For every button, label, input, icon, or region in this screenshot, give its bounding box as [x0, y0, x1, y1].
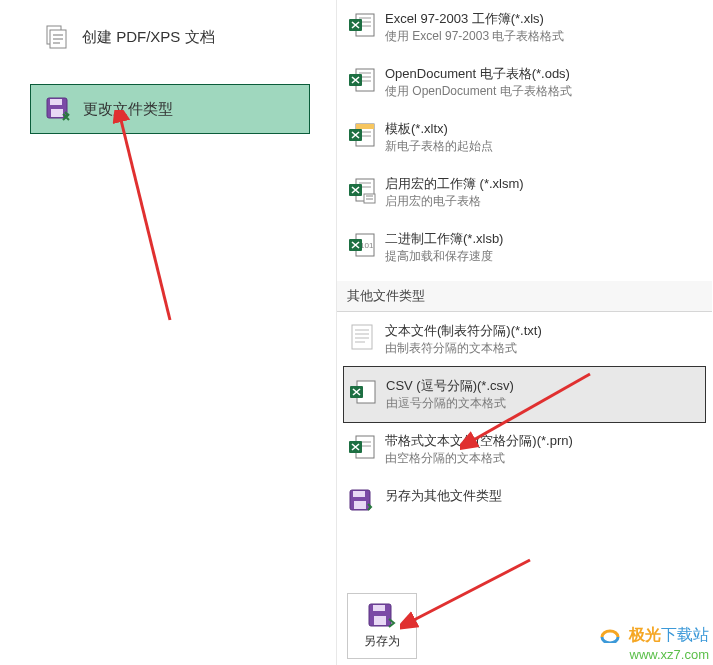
filetype-desc: 使用 Excel 97-2003 电子表格格式	[385, 28, 564, 45]
filetype-desc: 提高加载和保存速度	[385, 248, 503, 265]
filetype-desc: 使用 OpenDocument 电子表格格式	[385, 83, 572, 100]
watermark-brand-left: 极光	[629, 627, 661, 644]
filetype-title: CSV (逗号分隔)(*.csv)	[386, 377, 514, 395]
excel-macro-icon	[347, 175, 377, 205]
nav-change-file-type-label: 更改文件类型	[83, 100, 173, 119]
filetype-prn[interactable]: 带格式文本文件(空格分隔)(*.prn) 由空格分隔的文本格式	[337, 422, 712, 477]
excel-binary-icon: 101	[347, 230, 377, 260]
save-as-icon	[45, 96, 71, 122]
save-as-button[interactable]: 另存为	[347, 593, 417, 659]
watermark-brand-right: 下载站	[661, 627, 709, 644]
filetype-title: 二进制工作簿(*.xlsb)	[385, 230, 503, 248]
filetype-title: 模板(*.xltx)	[385, 120, 493, 138]
section-other-file-types: 其他文件类型	[337, 281, 712, 312]
filetype-desc: 由制表符分隔的文本格式	[385, 340, 542, 357]
excel-csv-icon: ,	[348, 377, 378, 407]
filetype-title: 文本文件(制表符分隔)(*.txt)	[385, 322, 542, 340]
text-file-icon	[347, 322, 377, 352]
filetype-title: 另存为其他文件类型	[385, 487, 502, 505]
svg-rect-47	[373, 605, 385, 611]
filetype-xlsm[interactable]: 启用宏的工作簿 (*.xlsm) 启用宏的电子表格	[337, 165, 712, 220]
filetype-desc: 启用宏的电子表格	[385, 193, 524, 210]
filetype-desc: 由逗号分隔的文本格式	[386, 395, 514, 412]
filetype-xls[interactable]: Excel 97-2003 工作簿(*.xls) 使用 Excel 97-200…	[337, 0, 712, 55]
svg-rect-31	[352, 325, 372, 349]
pdf-document-icon	[44, 24, 70, 50]
svg-rect-48	[374, 616, 386, 625]
svg-rect-45	[354, 501, 366, 509]
svg-rect-14	[359, 72, 371, 74]
watermark: 极光下载站 www.xz7.com	[599, 625, 709, 663]
excel-template-icon	[347, 120, 377, 150]
filetype-title: 启用宏的工作簿 (*.xlsm)	[385, 175, 524, 193]
left-pane: 创建 PDF/XPS 文档 更改文件类型	[0, 0, 330, 665]
excel-icon	[347, 10, 377, 40]
filetype-title: 带格式文本文件(空格分隔)(*.prn)	[385, 432, 573, 450]
save-as-label: 另存为	[364, 633, 400, 650]
nav-change-file-type[interactable]: 更改文件类型	[30, 84, 310, 134]
filetype-title: Excel 97-2003 工作簿(*.xls)	[385, 10, 564, 28]
filetype-desc: 由空格分隔的文本格式	[385, 450, 573, 467]
svg-rect-7	[51, 109, 63, 117]
right-pane: Excel 97-2003 工作簿(*.xls) 使用 Excel 97-200…	[336, 0, 712, 665]
save-icon	[367, 603, 397, 629]
svg-rect-2	[53, 34, 63, 36]
svg-rect-6	[50, 99, 62, 105]
excel-icon	[347, 65, 377, 95]
filetype-desc: 新电子表格的起始点	[385, 138, 493, 155]
filetype-title: OpenDocument 电子表格(*.ods)	[385, 65, 572, 83]
save-as-other-icon	[347, 487, 377, 517]
svg-rect-9	[359, 17, 371, 19]
svg-rect-24	[359, 182, 371, 184]
filetype-csv[interactable]: , CSV (逗号分隔)(*.csv) 由逗号分隔的文本格式	[343, 366, 706, 423]
watermark-url: www.xz7.com	[599, 647, 709, 663]
watermark-logo-icon	[599, 625, 621, 647]
excel-prn-icon	[347, 432, 377, 462]
svg-rect-44	[353, 491, 365, 497]
nav-create-pdf-xps[interactable]: 创建 PDF/XPS 文档	[30, 12, 310, 62]
filetype-xltx[interactable]: 模板(*.xltx) 新电子表格的起始点	[337, 110, 712, 165]
filetype-xlsb[interactable]: 101 二进制工作簿(*.xlsb) 提高加载和保存速度	[337, 220, 712, 275]
svg-text:101: 101	[360, 241, 374, 250]
nav-create-pdf-xps-label: 创建 PDF/XPS 文档	[82, 28, 215, 47]
svg-rect-19	[356, 124, 374, 129]
svg-rect-3	[53, 38, 63, 40]
filetype-other[interactable]: 另存为其他文件类型	[337, 477, 712, 527]
filetype-txt[interactable]: 文本文件(制表符分隔)(*.txt) 由制表符分隔的文本格式	[337, 312, 712, 367]
filetype-ods[interactable]: OpenDocument 电子表格(*.ods) 使用 OpenDocument…	[337, 55, 712, 110]
svg-rect-4	[53, 42, 60, 44]
